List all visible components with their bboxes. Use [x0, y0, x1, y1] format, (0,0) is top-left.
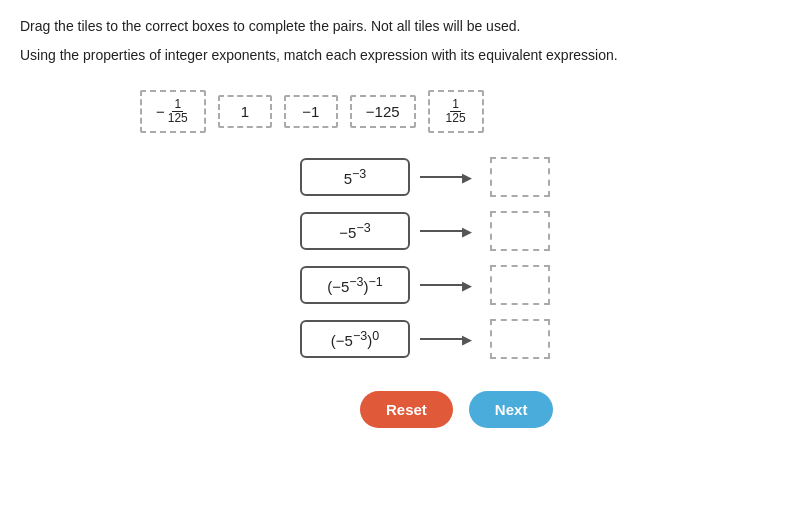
- expr-box-4: (−5−3)0: [300, 320, 410, 358]
- next-button[interactable]: Next: [469, 391, 554, 428]
- tile-neg125[interactable]: −125: [350, 95, 416, 128]
- arrow-1: [420, 170, 480, 185]
- instruction-line2: Using the properties of integer exponent…: [20, 45, 780, 66]
- tiles-area: − 1125 1 −1 −125 1 125: [140, 90, 780, 133]
- tile-neg-frac[interactable]: − 1125: [140, 90, 206, 133]
- drop-box-2[interactable]: [490, 211, 550, 251]
- tile-1-label: 1: [241, 103, 249, 120]
- expr-box-3: (−5−3)−1: [300, 266, 410, 304]
- drop-box-4[interactable]: [490, 319, 550, 359]
- drop-box-3[interactable]: [490, 265, 550, 305]
- expr-box-2: −5−3: [300, 212, 410, 250]
- reset-button[interactable]: Reset: [360, 391, 453, 428]
- expr-row-2: −5−3: [300, 211, 780, 251]
- tile-neg1[interactable]: −1: [284, 95, 338, 128]
- arrow-4: [420, 332, 480, 347]
- drop-box-1[interactable]: [490, 157, 550, 197]
- tile-1[interactable]: 1: [218, 95, 272, 128]
- buttons-area: Reset Next: [360, 391, 780, 428]
- arrow-3: [420, 278, 480, 293]
- arrow-2: [420, 224, 480, 239]
- expr-row-4: (−5−3)0: [300, 319, 780, 359]
- instructions: Drag the tiles to the correct boxes to c…: [20, 16, 780, 66]
- expr-box-1: 5−3: [300, 158, 410, 196]
- tile-neg125-label: −125: [366, 103, 400, 120]
- expr-row-3: (−5−3)−1: [300, 265, 780, 305]
- expr-row-1: 5−3: [300, 157, 780, 197]
- tile-neg1-label: −1: [302, 103, 319, 120]
- tile-frac[interactable]: 1 125: [428, 90, 484, 133]
- instruction-line1: Drag the tiles to the correct boxes to c…: [20, 16, 780, 37]
- expressions-area: 5−3 −5−3 (−5−3)−1 (−5−3)0: [300, 157, 780, 359]
